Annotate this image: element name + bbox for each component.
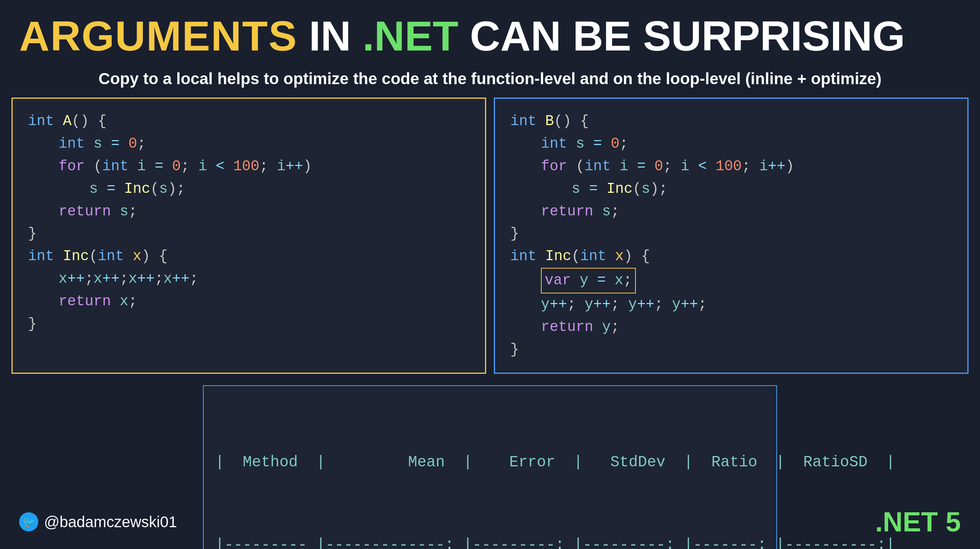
code-line-r7: int Inc(int x) { xyxy=(510,245,952,268)
subtitle: Copy to a local helps to optimize the co… xyxy=(0,64,980,98)
code-line-r3: for (int i = 0; i < 100; i++) xyxy=(510,155,952,178)
title-rest: CAN BE SURPRISING xyxy=(470,11,905,60)
code-line-4: s = Inc(s); xyxy=(28,178,470,200)
code-panel-right: int B() { int s = 0; for (int i = 0; i <… xyxy=(494,98,969,374)
twitter-handle: 🐦 @badamczewski01 xyxy=(19,512,177,531)
title-bar: ARGUMENTS IN .NET CAN BE SURPRISING xyxy=(0,0,980,64)
code-line-1: int A() { xyxy=(28,110,470,133)
code-line-9: return x; xyxy=(28,290,470,313)
benchmark-header: | Method | Mean | Error | StdDev | Ratio… xyxy=(215,449,765,476)
code-line-3: for (int i = 0; i < 100; i++) xyxy=(28,155,470,178)
code-line-r11: } xyxy=(510,339,952,361)
net5-badge: .NET 5 xyxy=(875,506,961,538)
code-line-8: x++;x++;x++;x++; xyxy=(28,268,470,290)
code-line-2: int s = 0; xyxy=(28,133,470,155)
footer: 🐦 @badamczewski01 .NET 5 xyxy=(19,506,961,538)
code-line-r1: int B() { xyxy=(510,110,952,133)
code-line-r5: return s; xyxy=(510,200,952,223)
code-line-r8-highlighted: var y = x; xyxy=(510,268,952,293)
code-panel-left: int A() { int s = 0; for (int i = 0; i <… xyxy=(11,98,486,374)
code-line-10: } xyxy=(28,313,470,336)
twitter-username: @badamczewski01 xyxy=(44,513,177,531)
twitter-icon: 🐦 xyxy=(19,512,38,531)
code-line-r4: s = Inc(s); xyxy=(510,178,952,200)
code-line-6: } xyxy=(28,223,470,245)
title-arguments: ARGUMENTS xyxy=(19,11,297,60)
title-net: .NET xyxy=(363,11,459,60)
title-in: IN xyxy=(309,11,351,60)
code-line-r9: y++; y++; y++; y++; xyxy=(510,293,952,316)
code-line-r6: } xyxy=(510,223,952,245)
code-line-5: return s; xyxy=(28,200,470,223)
code-line-r10: return y; xyxy=(510,316,952,339)
code-line-r2: int s = 0; xyxy=(510,133,952,155)
code-panels: int A() { int s = 0; for (int i = 0; i <… xyxy=(0,98,980,374)
code-line-7: int Inc(int x) { xyxy=(28,245,470,268)
